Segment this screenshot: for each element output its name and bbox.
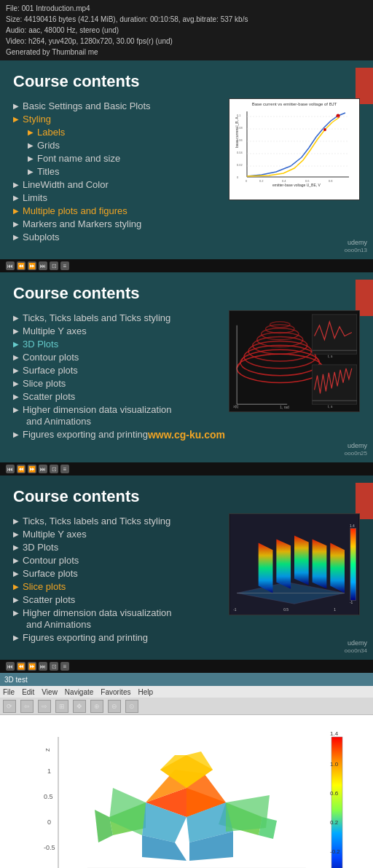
- footer-icon[interactable]: ⏮: [6, 465, 15, 473]
- toolbar-btn[interactable]: ⊕: [90, 700, 103, 713]
- udemy-num: ooo0n25: [345, 450, 367, 457]
- item-label: Surface plots: [23, 568, 78, 579]
- toolbar-btn[interactable]: ⊙: [125, 700, 138, 713]
- arrow-icon: ▶: [13, 102, 19, 110]
- svg-text:-1: -1: [233, 608, 237, 612]
- svg-text:0.5: 0.5: [44, 793, 53, 800]
- section3: Course contents ▶ Ticks, Ticks labels an…: [0, 476, 373, 660]
- footer-icon[interactable]: ⏩: [28, 662, 36, 671]
- svg-marker-50: [294, 536, 309, 585]
- menu-help[interactable]: Help: [138, 688, 153, 696]
- section3-inner: ▶ Ticks, Ticks labels and Ticks styling …: [13, 513, 360, 645]
- list-item: ▶ Multiple Y axes: [13, 529, 221, 540]
- svg-text:1.4: 1.4: [350, 524, 355, 528]
- list-item: ▶ Surface plots: [13, 365, 221, 376]
- arrow-icon: ▶: [13, 181, 19, 189]
- arrow-icon: ▶: [13, 340, 19, 348]
- arrow-icon: ▶: [13, 194, 19, 202]
- arrow-icon: ▶: [13, 569, 19, 577]
- footer-icon[interactable]: ≡: [60, 465, 69, 473]
- arrow-icon: ▶: [28, 128, 34, 136]
- bjt-chart-svg: base current I_B, A emitter-base voltage…: [232, 108, 356, 188]
- item-label: Slice plots: [23, 581, 66, 592]
- svg-text:0.1: 0.1: [237, 114, 241, 117]
- list-item: ▶ 3D Plots: [13, 542, 221, 553]
- menu-navigate[interactable]: Navigate: [65, 688, 93, 696]
- footer-icon[interactable]: ⏪: [17, 261, 25, 270]
- udemy-num: ooo0n34: [345, 647, 367, 654]
- item-label: Contour plots: [23, 555, 79, 566]
- arrow-icon: ▶: [28, 141, 34, 149]
- svg-marker-51: [276, 540, 291, 589]
- section3-title: Course contents: [13, 487, 360, 506]
- menu-edit[interactable]: Edit: [22, 688, 34, 696]
- chart3: 1.4 -1 -1 0.5 1: [229, 513, 360, 615]
- svg-rect-53: [350, 529, 356, 601]
- svg-text:0: 0: [237, 175, 239, 179]
- menu-file[interactable]: File: [3, 688, 15, 696]
- toolbar-btn[interactable]: ⇨: [38, 700, 51, 713]
- svg-text:-0.2: -0.2: [330, 848, 340, 855]
- list-item: ▶ 3D Plots: [13, 339, 221, 350]
- window-menu[interactable]: File Edit View Navigate Favorites Help: [0, 686, 373, 698]
- item-label: Higher dimension data visualization: [23, 404, 172, 415]
- item-label: Scatter plots: [23, 391, 75, 402]
- chart1-inner: base current I_B, A emitter-base voltage…: [232, 108, 356, 188]
- footer-icon[interactable]: ⏭: [39, 662, 47, 671]
- footer-icons-1: ⏮ ⏪ ⏩ ⏭ ⊡ ≡: [6, 261, 69, 270]
- arrow-icon: ▶: [28, 154, 34, 162]
- footer-icon[interactable]: ⏮: [6, 261, 15, 270]
- item-label: Subplots: [23, 232, 60, 242]
- list-item: ▶ Higher dimension data visualization: [13, 404, 221, 415]
- item-label: Labels: [37, 127, 65, 138]
- list-item: ▶ Multiple Y axes: [13, 326, 221, 336]
- udemy-text: udemy: [348, 442, 367, 449]
- list-item: ▶ Slice plots: [13, 378, 221, 389]
- list-item: ▶ Higher dimension data visualization: [13, 607, 221, 618]
- list-item: ▶ Basic Settings and Basic Plots: [13, 100, 221, 111]
- svg-text:0.6: 0.6: [330, 790, 339, 797]
- section2-inner: ▶ Ticks, Ticks labels and Ticks styling …: [13, 310, 360, 442]
- info-line2: Size: 44190416 bytes (42.14 MiB), durati…: [6, 14, 367, 25]
- toolbar-btn[interactable]: ⊞: [55, 700, 68, 713]
- footer-icon[interactable]: ≡: [60, 261, 69, 270]
- arrow-icon: ▶: [28, 167, 34, 175]
- footer-icon[interactable]: ⊡: [50, 261, 58, 270]
- toolbar-btn[interactable]: ⇦: [20, 700, 34, 713]
- list-item: ▶ Multiple plots and figures: [13, 205, 221, 216]
- svg-point-15: [337, 114, 340, 118]
- toolbar-btn[interactable]: ⟳: [3, 700, 16, 713]
- item-label: Figures exporting and printing: [23, 429, 148, 440]
- footer-icon[interactable]: ⏩: [28, 261, 36, 270]
- arrow-icon: ▶: [13, 314, 19, 322]
- arrow-icon: ▶: [13, 517, 19, 525]
- svg-text:1.4: 1.4: [330, 730, 339, 737]
- item-label: Limits: [23, 192, 47, 203]
- footer-icon[interactable]: ⏭: [39, 261, 47, 270]
- footer-icon[interactable]: ≡: [60, 662, 69, 671]
- footer-icon[interactable]: ⊡: [50, 662, 58, 671]
- svg-marker-49: [313, 540, 327, 589]
- slice-chart-svg: 1.4 -1 -1 0.5 1: [229, 514, 359, 615]
- menu-view[interactable]: View: [42, 688, 58, 696]
- item-label: Grids: [37, 140, 60, 151]
- menu-favorites[interactable]: Favorites: [101, 688, 130, 696]
- svg-text:0.02: 0.02: [237, 163, 243, 167]
- svg-text:0.06: 0.06: [237, 138, 243, 142]
- footer-icon[interactable]: ⏭: [39, 465, 47, 473]
- svg-text:0.04: 0.04: [237, 151, 243, 154]
- footer-icon[interactable]: ⏪: [17, 662, 25, 671]
- footer-icon[interactable]: ⏮: [6, 662, 15, 671]
- toolbar-btn[interactable]: ✥: [73, 700, 86, 713]
- 3d-plot-svg: -1 -0.5 0 0.5 1 -1 -0.5 0 0.5 1 1.4 1.0 …: [0, 715, 373, 868]
- footer-icon[interactable]: ⊡: [50, 465, 58, 473]
- info-line5: Generated by Thumbnail me: [6, 47, 367, 58]
- arrow-icon: ▶: [13, 634, 19, 642]
- footer-icon[interactable]: ⏩: [28, 465, 36, 473]
- svg-text:0.6: 0.6: [305, 179, 310, 183]
- arrow-icon: ▶: [13, 220, 19, 228]
- list-item: ▶ Styling: [13, 114, 221, 125]
- footer-icon[interactable]: ⏪: [17, 465, 25, 473]
- toolbar-btn[interactable]: ⊖: [108, 700, 121, 713]
- svg-text:0: 0: [47, 818, 51, 826]
